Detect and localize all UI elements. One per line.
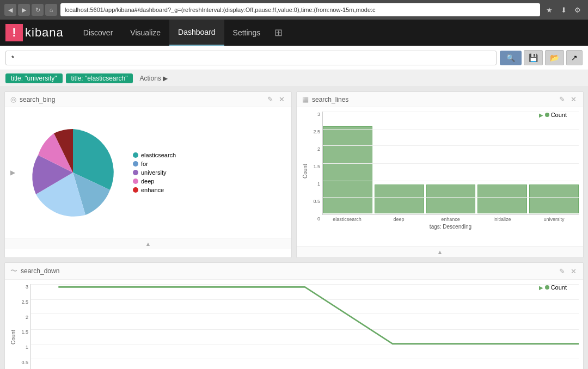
legend-item-university: university: [133, 169, 176, 176]
download-button[interactable]: ⬇: [558, 4, 569, 16]
panel-pie-edit[interactable]: ✎: [266, 95, 274, 103]
legend-label-elasticsearch: elasticsearch: [141, 152, 176, 158]
bar-chart-wrapper: ▶ Count Count 3 2.5 2 1.5 1 0.5 0: [297, 107, 583, 246]
filter-tag-university[interactable]: title: "university": [5, 73, 63, 83]
y-tick-2: 2: [317, 146, 320, 152]
bar-rect-elasticsearch: [323, 126, 372, 213]
panel-bar-title: search_lines: [312, 96, 558, 103]
nav-dashboard[interactable]: Dashboard: [169, 20, 224, 46]
panel-bar-footer: ▲: [297, 246, 583, 257]
pie-legend: elasticsearch for university deep: [127, 152, 176, 193]
load-button[interactable]: 📂: [545, 50, 564, 65]
filter-tag-elasticsearch[interactable]: title: "elasticsearch": [66, 73, 133, 83]
panel-pie-collapse[interactable]: ▲: [145, 241, 151, 247]
line-y-25: 2.5: [21, 299, 28, 305]
legend-item-enhance: enhance: [133, 187, 176, 193]
panel-pie-actions: ✎ ✕: [266, 95, 286, 103]
bars-area: elasticsearch deep enhance initialize un…: [322, 112, 579, 231]
line-svg-container: [30, 284, 579, 369]
line-svg-area: elasticsearch for university deep enhanc…: [30, 284, 579, 369]
settings-button[interactable]: ⚙: [572, 4, 584, 16]
search-button[interactable]: 🔍: [500, 51, 522, 65]
legend-dot-for: [133, 161, 138, 167]
gridline-top: [323, 112, 579, 112]
legend-dot-enhance: [133, 187, 138, 193]
legend-label-university: university: [141, 169, 166, 176]
panel-pie-close[interactable]: ✕: [278, 95, 286, 103]
kibana-wordmark: kibana: [25, 26, 64, 40]
home-button[interactable]: ⌂: [45, 4, 57, 16]
line-y-15: 1.5: [21, 329, 28, 335]
nav-discover[interactable]: Discover: [75, 20, 121, 46]
line-chart-wrapper: ▶ Count Count 3 2.5 2 1.5 1 0.5 0: [5, 280, 583, 369]
legend-item-for: for: [133, 161, 176, 167]
bar-x-axis-title: tags: Descending: [322, 222, 579, 231]
dashboard-row-2: 〜 search_down ✎ ✕ ▶ Count Count: [4, 262, 584, 369]
panel-line-actions: ✎ ✕: [558, 267, 578, 275]
panel-line-close[interactable]: ✕: [569, 267, 578, 275]
browser-actions: ★ ⬇ ⚙: [543, 4, 584, 16]
bar-chart-inner: Count 3 2.5 2 1.5 1 0.5 0: [301, 112, 579, 231]
forward-button[interactable]: ▶: [18, 4, 30, 16]
bookmark-button[interactable]: ★: [543, 4, 555, 16]
legend-dot-elasticsearch: [133, 152, 138, 158]
pie-icon: ◎: [10, 95, 16, 103]
bar-rect-university: [529, 184, 579, 213]
actions-button[interactable]: Actions ▶: [136, 73, 171, 83]
reload-button[interactable]: ↻: [32, 4, 44, 16]
legend-label-enhance: enhance: [141, 187, 164, 193]
pie-expand-icon[interactable]: ▶: [10, 169, 15, 176]
search-input[interactable]: [5, 51, 497, 65]
y-tick-05: 0.5: [313, 199, 320, 204]
bars-wrapper: [322, 112, 579, 215]
y-tick-0: 0: [317, 216, 320, 222]
nav-visualize[interactable]: Visualize: [121, 20, 169, 46]
y-tick-3: 3: [317, 112, 320, 117]
share-button[interactable]: ↗: [566, 50, 583, 65]
bar-rect-deep: [375, 184, 424, 213]
line-y-05: 0.5: [21, 360, 28, 365]
bar-label-deep: deep: [374, 217, 424, 222]
y-tick-25: 2.5: [313, 129, 320, 134]
legend-label-for: for: [141, 161, 148, 167]
save-button[interactable]: 💾: [524, 50, 543, 65]
bar-label-initialize: initialize: [477, 217, 527, 222]
y-tick-15: 1.5: [313, 164, 320, 169]
legend-item-deep: deep: [133, 178, 176, 184]
bar-label-elasticsearch: elasticsearch: [322, 217, 372, 222]
legend-item-elasticsearch: elasticsearch: [133, 152, 176, 158]
line-y-3: 3: [26, 284, 28, 290]
nav-settings[interactable]: Settings: [224, 20, 270, 46]
kibana-logo: ! kibana: [5, 24, 64, 41]
panel-bar-close[interactable]: ✕: [569, 95, 578, 103]
bar-x-labels: elasticsearch deep enhance initialize un…: [322, 215, 579, 222]
dashboard-row-1: ◎ search_bing ✎ ✕ ▶: [4, 91, 584, 258]
bar-deep: [375, 184, 424, 213]
panel-bar-actions: ✎ ✕: [558, 95, 578, 103]
panel-bar: ▦ search_lines ✎ ✕ ▶ Count Count: [296, 91, 584, 258]
bar-rect-initialize: [477, 184, 527, 213]
line-chart-inner: Count 3 2.5 2 1.5 1 0.5 0: [9, 284, 579, 369]
panel-bar-header: ▦ search_lines ✎ ✕: [297, 92, 583, 107]
panel-bar-edit[interactable]: ✎: [558, 95, 566, 103]
filter-bar: title: "university" title: "elasticsearc…: [0, 70, 588, 87]
line-y-axis: 3 2.5 2 1.5 1 0.5 0: [17, 284, 30, 369]
search-bar: 🔍 💾 📂 ↗: [0, 46, 588, 70]
line-icon: 〜: [10, 266, 17, 276]
panel-line-header: 〜 search_down ✎ ✕: [5, 263, 583, 280]
panel-pie: ◎ search_bing ✎ ✕ ▶: [4, 91, 292, 258]
bar-elasticsearch: [323, 126, 372, 213]
panel-pie-footer: ▲: [5, 238, 291, 249]
grid-icon[interactable]: ⊞: [269, 27, 288, 39]
back-button[interactable]: ◀: [4, 4, 16, 16]
panel-line-edit[interactable]: ✎: [558, 267, 566, 275]
panel-bar-collapse[interactable]: ▲: [437, 249, 443, 255]
url-bar[interactable]: [60, 3, 540, 16]
panel-line-title: search_down: [21, 267, 558, 275]
line-y-axis-title: Count: [9, 284, 17, 369]
kibana-k-mark: !: [5, 24, 23, 41]
top-nav: ! kibana Discover Visualize Dashboard Se…: [0, 20, 588, 46]
bar-initialize: [477, 184, 527, 213]
pie-chart-area: [19, 124, 127, 222]
bar-y-axis: 3 2.5 2 1.5 1 0.5 0: [309, 112, 322, 231]
